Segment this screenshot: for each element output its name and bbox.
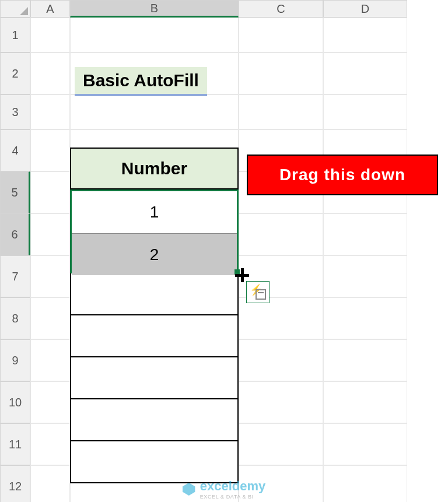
watermark-logo-icon (183, 483, 195, 496)
cell[interactable] (239, 381, 323, 423)
fill-cursor-icon (235, 268, 249, 282)
cell[interactable] (239, 213, 323, 255)
cell[interactable] (323, 17, 407, 52)
row-header-11[interactable]: 11 (0, 423, 30, 465)
cell[interactable] (30, 129, 70, 171)
row-header-5[interactable]: 5 (0, 171, 30, 213)
cell[interactable] (239, 52, 323, 94)
row-header-9[interactable]: 9 (0, 339, 30, 381)
cell[interactable] (323, 94, 407, 129)
column-header-a[interactable]: A (30, 0, 70, 17)
row-header-2[interactable]: 2 (0, 52, 30, 94)
cell[interactable] (239, 94, 323, 129)
cell[interactable] (323, 213, 407, 255)
column-header-d[interactable]: D (323, 0, 407, 17)
cell[interactable] (323, 339, 407, 381)
cell[interactable] (30, 297, 70, 339)
cell[interactable] (323, 52, 407, 94)
select-all-corner[interactable] (0, 0, 30, 17)
cell[interactable] (323, 255, 407, 297)
watermark-brand: exceldemy (200, 479, 266, 494)
quick-analysis-button[interactable]: ⚡ (246, 281, 270, 303)
title-label: Basic AutoFill (75, 67, 207, 96)
cell[interactable] (30, 213, 70, 255)
watermark-tagline: EXCEL & DATA & BI (200, 494, 266, 500)
cell[interactable] (30, 52, 70, 94)
column-header-b[interactable]: B (70, 0, 239, 17)
cell[interactable] (30, 171, 70, 213)
row-header-10[interactable]: 10 (0, 381, 30, 423)
cell[interactable] (239, 423, 323, 465)
cell[interactable] (323, 381, 407, 423)
cell[interactable] (30, 381, 70, 423)
cell[interactable] (30, 255, 70, 297)
row-header-7[interactable]: 7 (0, 255, 30, 297)
cell[interactable] (323, 465, 407, 502)
cell[interactable] (70, 94, 239, 129)
cell[interactable] (30, 423, 70, 465)
cell[interactable] (323, 297, 407, 339)
row-header-12[interactable]: 12 (0, 465, 30, 502)
table-row[interactable] (70, 441, 239, 483)
table-row[interactable] (70, 357, 239, 399)
annotation-callout: Drag this down (247, 155, 438, 195)
table-row[interactable] (70, 273, 239, 315)
row-header-6[interactable]: 6 (0, 213, 30, 255)
cell[interactable] (239, 339, 323, 381)
cell[interactable] (70, 213, 239, 255)
cell[interactable] (239, 297, 323, 339)
watermark: exceldemy EXCEL & DATA & BI (183, 479, 266, 500)
table-header-number[interactable]: Number (70, 148, 239, 189)
cell[interactable] (239, 17, 323, 52)
cell[interactable] (70, 17, 239, 52)
cell[interactable] (30, 339, 70, 381)
table-row[interactable] (70, 315, 239, 357)
cell[interactable] (30, 465, 70, 502)
row-header-3[interactable]: 3 (0, 94, 30, 129)
row-header-8[interactable]: 8 (0, 297, 30, 339)
column-header-c[interactable]: C (239, 0, 323, 17)
row-header-4[interactable]: 4 (0, 129, 30, 171)
cell[interactable] (30, 17, 70, 52)
callout-text: Drag this down (279, 166, 405, 184)
table-row[interactable] (70, 399, 239, 441)
cell[interactable] (30, 94, 70, 129)
row-header-1[interactable]: 1 (0, 17, 30, 52)
quick-analysis-icon: ⚡ (250, 285, 266, 300)
cell[interactable] (323, 423, 407, 465)
